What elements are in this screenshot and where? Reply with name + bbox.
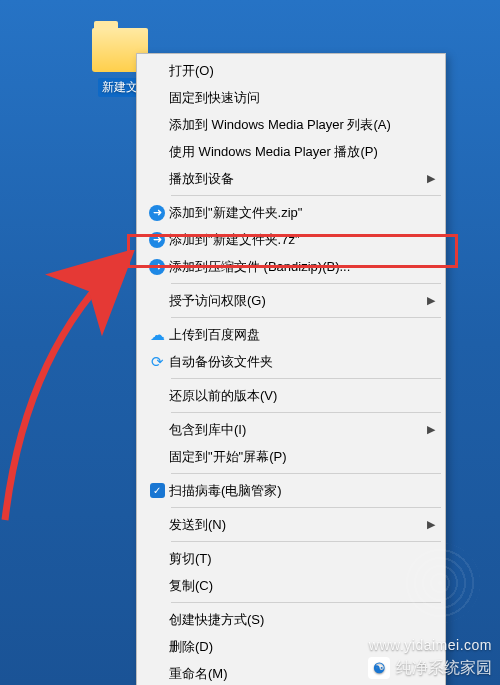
menu-divider [171,507,441,508]
bandizip-icon: ➜ [145,205,169,221]
menu-auto-backup-label: 自动备份该文件夹 [169,353,435,371]
menu-add-archive-bandizip[interactable]: ➜ 添加到压缩文件 (Bandizip)(B)... [139,253,443,280]
menu-divider [171,283,441,284]
watermark-brand: ☯ 纯净系统家园 [368,657,492,679]
cloud-upload-icon: ☁ [145,326,169,344]
menu-restore-prev-label: 还原以前的版本(V) [169,387,435,405]
menu-add-zip[interactable]: ➜ 添加到"新建文件夹.zip" [139,199,443,226]
menu-auto-backup[interactable]: ⟳ 自动备份该文件夹 [139,348,443,375]
menu-cut-label: 剪切(T) [169,550,435,568]
menu-cut[interactable]: 剪切(T) [139,545,443,572]
menu-open-label: 打开(O) [169,62,435,80]
menu-pin-quick-access[interactable]: 固定到快速访问 [139,84,443,111]
menu-divider [171,541,441,542]
watermark-url: www.yidaimei.com [369,637,492,653]
chevron-right-icon: ▶ [421,172,435,185]
menu-upload-baidu[interactable]: ☁ 上传到百度网盘 [139,321,443,348]
menu-divider [171,412,441,413]
watermark-brand-label: 纯净系统家园 [396,658,492,679]
refresh-icon: ⟳ [145,353,169,371]
shield-icon: ✓ [145,483,169,498]
chevron-right-icon: ▶ [421,518,435,531]
menu-divider [171,317,441,318]
menu-include-lib-label: 包含到库中(I) [169,421,421,439]
menu-add-wmp-list-label: 添加到 Windows Media Player 列表(A) [169,116,435,134]
menu-pin-start[interactable]: 固定到"开始"屏幕(P) [139,443,443,470]
chevron-right-icon: ▶ [421,294,435,307]
menu-scan-virus[interactable]: ✓ 扫描病毒(电脑管家) [139,477,443,504]
menu-open[interactable]: 打开(O) [139,57,443,84]
menu-send-to-label: 发送到(N) [169,516,421,534]
menu-pin-quick-label: 固定到快速访问 [169,89,435,107]
menu-copy-label: 复制(C) [169,577,435,595]
menu-add-archive-label: 添加到压缩文件 (Bandizip)(B)... [169,258,435,276]
menu-add-wmp-list[interactable]: 添加到 Windows Media Player 列表(A) [139,111,443,138]
bandizip-icon: ➜ [145,232,169,248]
menu-cast-to-label: 播放到设备 [169,170,421,188]
menu-restore-previous[interactable]: 还原以前的版本(V) [139,382,443,409]
menu-play-wmp-label: 使用 Windows Media Player 播放(P) [169,143,435,161]
menu-pin-start-label: 固定到"开始"屏幕(P) [169,448,435,466]
menu-upload-baidu-label: 上传到百度网盘 [169,326,435,344]
watermark-logo-icon: ☯ [368,657,390,679]
menu-create-shortcut[interactable]: 创建快捷方式(S) [139,606,443,633]
menu-cast-to-device[interactable]: 播放到设备 ▶ [139,165,443,192]
menu-add-zip-label: 添加到"新建文件夹.zip" [169,204,435,222]
menu-play-wmp[interactable]: 使用 Windows Media Player 播放(P) [139,138,443,165]
menu-copy[interactable]: 复制(C) [139,572,443,599]
menu-scan-virus-label: 扫描病毒(电脑管家) [169,482,435,500]
chevron-right-icon: ▶ [421,423,435,436]
menu-divider [171,195,441,196]
menu-send-to[interactable]: 发送到(N) ▶ [139,511,443,538]
menu-grant-access-label: 授予访问权限(G) [169,292,421,310]
bandizip-icon: ➜ [145,259,169,275]
menu-create-shortcut-label: 创建快捷方式(S) [169,611,435,629]
context-menu: 打开(O) 固定到快速访问 添加到 Windows Media Player 列… [136,53,446,685]
menu-add-7z-label: 添加到"新建文件夹.7z" [169,231,435,249]
menu-divider [171,602,441,603]
menu-include-library[interactable]: 包含到库中(I) ▶ [139,416,443,443]
menu-divider [171,473,441,474]
menu-add-7z[interactable]: ➜ 添加到"新建文件夹.7z" [139,226,443,253]
menu-divider [171,378,441,379]
menu-grant-access[interactable]: 授予访问权限(G) ▶ [139,287,443,314]
